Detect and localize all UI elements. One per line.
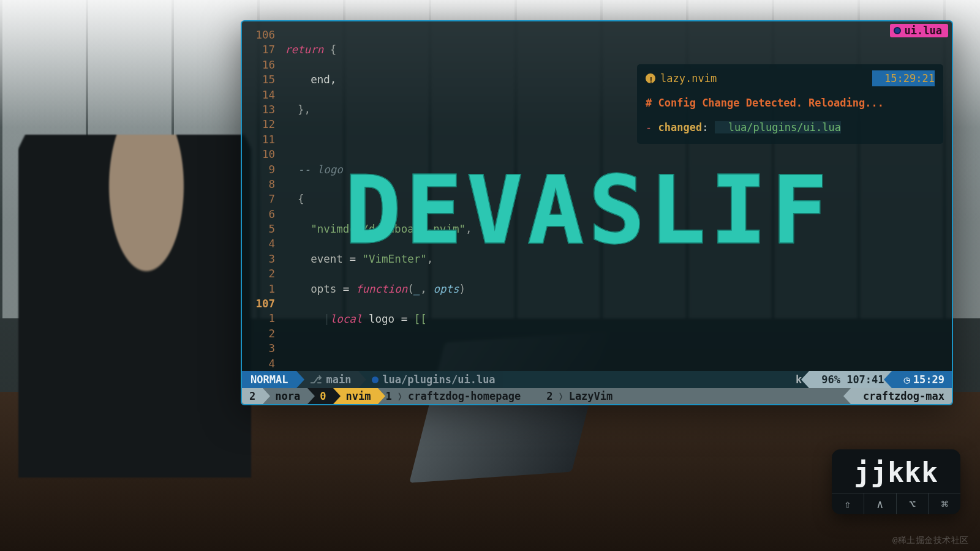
lua-icon [372,377,379,383]
mod-ctrl: ∧ [864,493,897,514]
keycast-modifiers: ⇧ ∧ ⌥ ⌘ [832,493,960,514]
status-spacer [503,371,788,388]
code-line: return { [285,42,947,57]
mod-cmd: ⌘ [929,493,960,514]
keycast-keys: jjkkk [832,449,960,493]
tmux-statusbar[interactable]: 2 nora 0 nvim 1 ❭ craftzdog-homepage 2 ❭… [242,388,952,404]
line-number: 1 [242,282,275,296]
code-line: }, [285,102,947,117]
terminal-window[interactable]: ui.lua lazy.nvim 15:29:21 # Config Chang… [241,20,953,405]
tmux-window[interactable]: 1 ❭ craftzdog-homepage [378,388,528,404]
tmux-spacer [620,388,851,404]
line-number: 3 [242,341,275,356]
mod-alt: ⌥ [897,493,929,514]
statusline: NORMAL ⎇ main lua/plugins/ui.lua k 96% 1… [242,371,952,388]
banner-text: DEVASLIFE [345,164,823,256]
line-number: 15 [242,72,275,87]
line-number: 12 [242,117,275,132]
line-number: 14 [242,88,275,102]
position-segment: 96% 107:41 [809,371,891,388]
line-number: 17 [242,42,275,57]
tmux-session-index[interactable]: 2 [242,388,263,404]
line-number: 1 [242,311,275,326]
line-number: 2 [242,266,275,281]
clock-icon: ◷ [904,373,910,386]
ascii-logo-banner: DEVASLIFE [345,164,823,256]
code-line [285,341,947,356]
tmux-hostname: craftzdog-max [851,388,952,404]
code-area[interactable]: return { end, }, -- logo { "nvimdev/dash… [281,21,952,370]
line-number: 11 [242,132,275,147]
code-line [285,132,947,147]
line-number: 9 [242,162,275,177]
editor-area[interactable]: 10617161514131211109876543211071234 retu… [242,21,952,370]
code-line: opts = function(_, opts) [285,282,947,296]
line-number: 8 [242,177,275,192]
bg-person [18,135,251,478]
tmux-window[interactable]: 2 ❭ LazyVim [528,388,620,404]
line-number-gutter: 10617161514131211109876543211071234 [242,21,281,370]
watermark: @稀土掘金技术社区 [892,535,969,546]
line-number: 10 [242,147,275,162]
line-number: 106 [242,28,275,42]
line-number: 7 [242,192,275,206]
line-number: 107 [242,296,275,311]
git-branch-icon: ⎇ [310,373,322,386]
line-number: 4 [242,356,275,371]
chevron-right-icon: ❭ [552,390,568,402]
line-number: 4 [242,236,275,251]
code-line: |local logo = [[ [285,312,947,326]
keycast-overlay: jjkkk ⇧ ∧ ⌥ ⌘ [832,449,960,514]
mod-shift: ⇧ [832,493,864,514]
line-number: 2 [242,326,275,341]
filepath-segment: lua/plugins/ui.lua [358,371,502,388]
line-number: 5 [242,222,275,236]
clock-segment: ◷ 15:29 [892,371,952,388]
line-number: 16 [242,58,275,72]
git-branch-segment: ⎇ main [296,371,358,388]
chevron-right-icon: ❭ [392,390,408,402]
line-number: 6 [242,207,275,222]
line-number: 13 [242,102,275,117]
line-number: 3 [242,252,275,266]
code-line: end, [285,72,947,87]
mode-segment: NORMAL [242,371,296,388]
